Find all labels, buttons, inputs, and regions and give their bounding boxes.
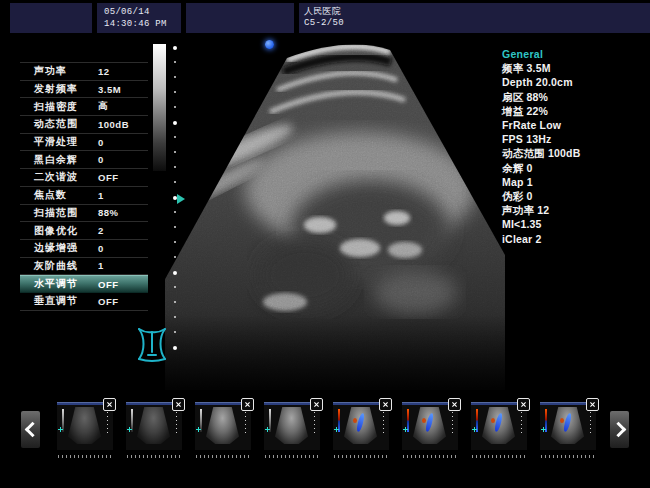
- param-value: OFF: [98, 279, 119, 290]
- thumbnail[interactable]: [333, 402, 389, 450]
- param-value: 0: [98, 154, 104, 165]
- info-line: Depth 20.0cm: [502, 75, 647, 89]
- param-label: 水平调节: [34, 277, 98, 291]
- param-row[interactable]: 二次谐波 OFF: [20, 169, 148, 187]
- topbar-hospital-panel: 人民医院 C5-2/50: [299, 3, 650, 33]
- param-row[interactable]: 水平调节 OFF: [20, 275, 148, 293]
- thumbnail[interactable]: [264, 402, 320, 450]
- depth-tick: [174, 106, 176, 108]
- depth-tick: [174, 241, 176, 243]
- thumbnail[interactable]: [195, 402, 251, 450]
- topbar-panel-middle: [186, 3, 294, 33]
- thumbnail-plus-marker-icon: [472, 427, 477, 432]
- close-icon: [589, 401, 596, 408]
- param-row[interactable]: 黑白余辉 0: [20, 151, 148, 169]
- param-row[interactable]: 灰阶曲线 1: [20, 258, 148, 276]
- thumbnail-caption: [58, 455, 112, 458]
- thumbnail[interactable]: [57, 402, 113, 450]
- close-icon: [175, 401, 182, 408]
- topbar-panel-left: [10, 3, 92, 33]
- ultrasound-app: { "colors": { "topbar_panel": "#1d1d3e",…: [0, 0, 650, 488]
- thumbnail-tick-marks: [107, 408, 108, 434]
- thumbnail-caption: [265, 455, 319, 458]
- info-line: 扇区 88%: [502, 90, 647, 104]
- param-row[interactable]: 垂直调节 OFF: [20, 293, 148, 311]
- info-line: 伪彩 0: [502, 189, 647, 203]
- param-row[interactable]: 扫描范围 88%: [20, 205, 148, 223]
- param-row[interactable]: 边缘增强 0: [20, 240, 148, 258]
- thumbnail-plus-marker-icon: [403, 427, 408, 432]
- param-label: 边缘增强: [34, 241, 98, 255]
- thumbnail-tick-marks: [176, 408, 177, 434]
- thumbnail-scan-image: [482, 407, 515, 444]
- depth-tick: [174, 211, 176, 213]
- close-icon: [244, 401, 251, 408]
- info-line: FrRate Low: [502, 118, 647, 132]
- depth-tick: [174, 256, 176, 258]
- thumbnail[interactable]: [471, 402, 527, 450]
- thumbnail-plus-marker-icon: [334, 427, 339, 432]
- depth-tick: [173, 46, 177, 50]
- thumbnail-scan-image: [206, 407, 239, 444]
- date-text: 05/06/14: [104, 6, 181, 18]
- thumbnail-close-button[interactable]: [517, 398, 530, 411]
- thumbnail-scan-image: [68, 407, 101, 444]
- param-label: 动态范围: [34, 117, 98, 131]
- thumbnail[interactable]: [402, 402, 458, 450]
- thumbnail-close-button[interactable]: [586, 398, 599, 411]
- param-label: 平滑处理: [34, 135, 98, 149]
- cursor-dot-icon[interactable]: [265, 40, 274, 49]
- thumbnail-plus-marker-icon: [265, 427, 270, 432]
- filmstrip-prev-button[interactable]: [21, 411, 40, 448]
- close-icon: [382, 401, 389, 408]
- thumbnail-close-button[interactable]: [103, 398, 116, 411]
- thumbnail-scan-image: [551, 407, 584, 444]
- thumbnail-caption: [472, 455, 526, 458]
- param-value: 100dB: [98, 119, 129, 130]
- parameter-panel: 声功率 12 发射频率 3.5M 扫描密度 高 动态范围 100dB 平滑处理 …: [20, 62, 148, 311]
- thumbnail-close-button[interactable]: [310, 398, 323, 411]
- thumbnail-caption: [196, 455, 250, 458]
- thumbnail[interactable]: [126, 402, 182, 450]
- thumbnail-close-button[interactable]: [172, 398, 185, 411]
- depth-tick: [173, 346, 177, 350]
- time-text: 14:30:46 PM: [104, 18, 181, 30]
- thumbnail-close-button[interactable]: [448, 398, 461, 411]
- thumbnail-close-button[interactable]: [241, 398, 254, 411]
- info-lines: 频率 3.5MDepth 20.0cm扇区 88%增益 22%FrRate Lo…: [502, 61, 647, 246]
- thumbnail-plus-marker-icon: [196, 427, 201, 432]
- param-row[interactable]: 发射频率 3.5M: [20, 81, 148, 99]
- depth-tick: [174, 226, 176, 228]
- thumbnail-scan-image: [137, 407, 170, 444]
- info-line: 增益 22%: [502, 104, 647, 118]
- info-line: iClear 2: [502, 232, 647, 246]
- body-marker-icon[interactable]: [134, 324, 170, 364]
- thumbnail-tick-marks: [521, 408, 522, 434]
- thumbnail-close-button[interactable]: [379, 398, 392, 411]
- param-label: 扫描密度: [34, 100, 98, 114]
- param-row[interactable]: 扫描密度 高: [20, 98, 148, 116]
- param-value: 88%: [98, 207, 119, 218]
- probe-model: C5-2/50: [304, 17, 650, 29]
- thumbnail[interactable]: [540, 402, 596, 450]
- param-row[interactable]: 动态范围 100dB: [20, 116, 148, 134]
- param-label: 图像优化: [34, 224, 98, 238]
- depth-tick: [174, 91, 176, 93]
- param-row[interactable]: 平滑处理 0: [20, 134, 148, 152]
- depth-tick: [174, 76, 176, 78]
- thumbnail-scan-image: [344, 407, 377, 444]
- depth-tick: [174, 331, 176, 333]
- close-icon: [313, 401, 320, 408]
- thumbnail-scan-image: [413, 407, 446, 444]
- focus-marker-icon[interactable]: [177, 194, 185, 204]
- depth-tick: [174, 151, 176, 153]
- depth-tick: [174, 61, 176, 63]
- param-row[interactable]: 焦点数 1: [20, 187, 148, 205]
- depth-tick: [173, 121, 177, 125]
- close-icon: [451, 401, 458, 408]
- filmstrip-next-button[interactable]: [610, 411, 629, 448]
- thumbnail-tick-marks: [590, 408, 591, 434]
- thumbnail-plus-marker-icon: [541, 427, 546, 432]
- param-row[interactable]: 声功率 12: [20, 63, 148, 81]
- param-row[interactable]: 图像优化 2: [20, 222, 148, 240]
